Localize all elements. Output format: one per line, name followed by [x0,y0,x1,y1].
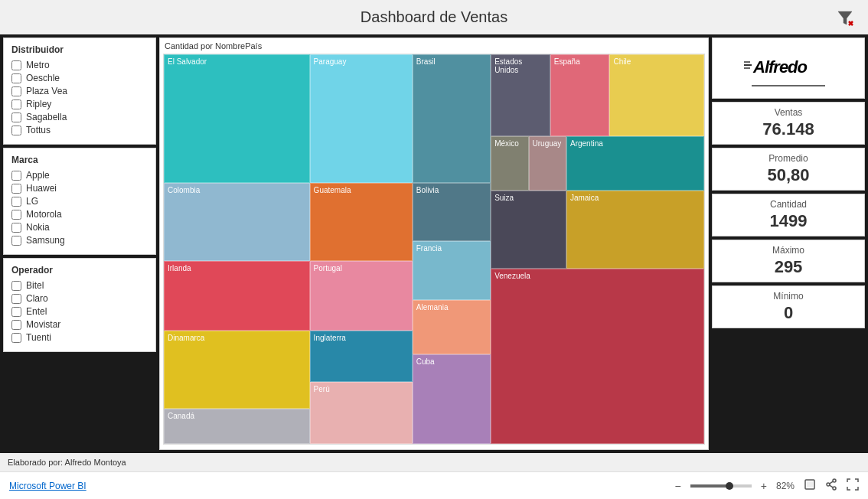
treemap-cell-guatemala[interactable]: Guatemala [310,183,413,261]
treemap-cell-uruguay[interactable]: Uruguay [529,136,566,191]
treemap-cell-irlanda[interactable]: Irlanda [164,261,310,331]
operador-checkbox-claro[interactable] [11,294,21,304]
distribuidor-label: Distribuidor [11,44,148,55]
marca-label-lg: LG [26,196,38,207]
operador-label-claro: Claro [26,293,48,304]
treemap-cell-el-salvador[interactable]: El Salvador [164,54,310,183]
operador-item-claro: Claro [11,293,148,304]
distribuidor-item-metro: Metro [11,60,148,70]
treemap-cell-brasil[interactable]: Brasil [413,54,491,183]
distribuidor-label-oeschle: Oeschle [26,73,60,83]
marca-section: Marca Apple Huawei LG Motorola [3,148,156,255]
distribuidor-checkbox-tottus[interactable] [11,126,21,135]
treemap-cell-bolivia[interactable]: Bolivia [413,183,491,241]
treemap-cell-perú[interactable]: Perú [310,382,413,444]
distribuidor-checkbox-oeschle[interactable] [11,73,21,83]
minimo-value: 0 [784,303,793,323]
distribuidor-checkbox-ripley[interactable] [11,99,21,109]
marca-checkbox-nokia[interactable] [11,223,21,233]
fit-icon[interactable] [804,478,816,493]
fullscreen-icon[interactable] [847,478,859,493]
treemap-cell-venezuela[interactable]: Venezuela [491,269,704,444]
marca-item-motorola: Motorola [11,209,148,220]
footer: Microsoft Power BI − + 82% [0,471,868,499]
operador-item-entel: Entel [11,306,148,317]
treemap-cell-chile[interactable]: Chile [609,54,704,136]
treemap-cell-méxico[interactable]: México [491,136,528,191]
marca-checkbox-huawei[interactable] [11,184,21,194]
svg-line-12 [830,481,834,484]
treemap-cell-paraguay[interactable]: Paraguay [310,54,413,183]
treemap-cell-colombia[interactable]: Colombia [164,183,310,261]
operador-checkbox-entel[interactable] [11,307,21,317]
treemap-cell-suiza[interactable]: Suiza [491,191,566,269]
marca-label-motorola: Motorola [26,209,62,220]
distribuidor-item-oeschle: Oeschle [11,73,148,83]
operador-item-bitel: Bitel [11,280,148,291]
distribuidor-checkbox-plazavea[interactable] [11,86,21,96]
zoom-plus[interactable]: + [761,480,767,492]
title-bar: Dashboard de Ventas [0,0,868,34]
right-panel: Alfredo Ventas 76.148 Promedio 50,80 Can… [712,38,865,450]
treemap-cell-jamaica[interactable]: Jamaica [566,191,704,269]
treemap-cell-argentina[interactable]: Argentina [566,136,704,191]
logo-card: Alfredo [712,38,865,99]
marca-label-apple: Apple [26,170,50,181]
content-area: Distribuidor Metro Oeschle Plaza Vea Rip… [0,34,868,453]
treemap-cell-inglaterra[interactable]: Inglaterra [310,331,413,381]
operador-label-entel: Entel [26,306,47,317]
distribuidor-label-tottus: Tottus [26,125,51,135]
zoom-minus[interactable]: − [675,480,681,492]
marca-label-samsung: Samsung [26,235,65,246]
treemap-cell-alemania[interactable]: Alemania [413,300,491,354]
distribuidor-item-plazavea: Plaza Vea [11,86,148,96]
operador-checkbox-bitel[interactable] [11,281,21,291]
treemap-cell-cuba[interactable]: Cuba [413,354,491,444]
left-panel: Distribuidor Metro Oeschle Plaza Vea Rip… [3,38,156,450]
filter-icon[interactable] [834,7,856,28]
distribuidor-label-ripley: Ripley [26,99,51,109]
marca-checkbox-lg[interactable] [11,197,21,207]
operador-checkbox-movistar[interactable] [11,320,21,330]
zoom-level: 82% [776,481,795,491]
powerbi-link[interactable]: Microsoft Power BI [9,481,86,491]
marca-item-apple: Apple [11,170,148,181]
distribuidor-label-sagabella: Sagabella [26,112,67,122]
marca-item-samsung: Samsung [11,235,148,246]
distribuidor-label-plazavea: Plaza Vea [26,86,67,96]
promedio-card: Promedio 50,80 [712,148,865,191]
treemap-cell-españa[interactable]: España [550,54,610,136]
svg-text:Alfredo: Alfredo [752,57,808,77]
marca-label-nokia: Nokia [26,222,50,233]
operador-section: Operador Bitel Claro Entel Movistar [3,258,156,352]
treemap-cell-dinamarca[interactable]: Dinamarca [164,331,310,409]
operador-item-movistar: Movistar [11,319,148,330]
maximo-value: 295 [775,257,803,277]
marca-checkbox-samsung[interactable] [11,236,21,246]
cantidad-card: Cantidad 1499 [712,194,865,236]
treemap-cell-estados-unidos[interactable]: Estados Unidos [491,54,550,136]
minimo-card: Mínimo 0 [712,285,865,328]
ventas-card: Ventas 76.148 [712,102,865,145]
marca-label-huawei: Huawei [26,183,57,194]
footer-right: − + 82% [675,478,859,493]
marca-checkbox-apple[interactable] [11,171,21,181]
distribuidor-checkbox-sagabella[interactable] [11,113,21,122]
operador-checkbox-tuenti[interactable] [11,333,21,343]
share-icon[interactable] [825,478,837,493]
operador-label-movistar: Movistar [26,319,60,330]
maximo-label: Máximo [772,245,804,256]
operador-label-bitel: Bitel [26,280,44,291]
treemap-container: El SalvadorParaguayBrasilEstados UnidosE… [163,54,705,445]
operador-label-tuenti: Tuenti [26,332,51,343]
promedio-label: Promedio [768,153,808,164]
marca-checkbox-motorola[interactable] [11,210,21,220]
treemap-cell-francia[interactable]: Francia [413,241,491,299]
treemap-cell-canadá[interactable]: Canadá [164,409,310,444]
promedio-value: 50,80 [767,165,809,185]
operador-item-tuenti: Tuenti [11,332,148,343]
distribuidor-checkbox-metro[interactable] [11,60,21,70]
treemap-cell-portugal[interactable]: Portugal [310,261,413,331]
minimo-label: Mínimo [773,291,803,302]
zoom-slider[interactable] [690,484,752,488]
